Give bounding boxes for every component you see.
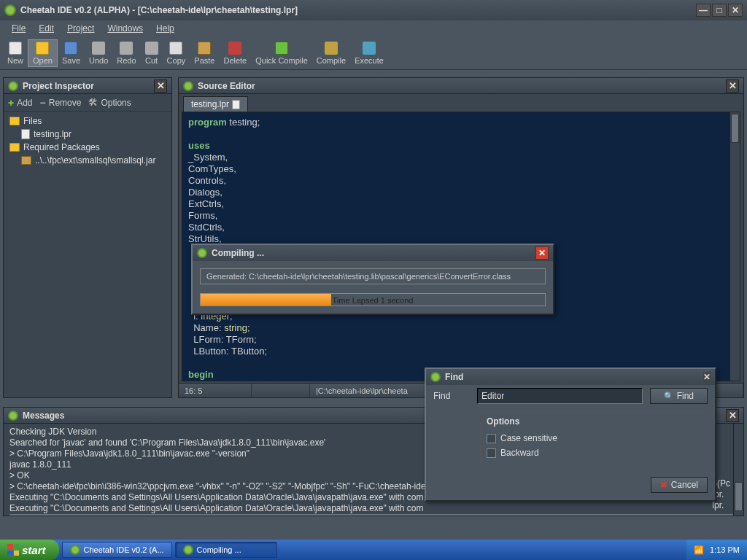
binoculars-icon: 🔍 — [664, 392, 674, 401]
minimize-button[interactable]: — — [696, 4, 711, 17]
close-window-button[interactable]: ✕ — [728, 4, 743, 17]
compile-button[interactable]: Compile — [312, 40, 350, 66]
scrollbar-thumb[interactable] — [731, 114, 739, 143]
find-options-group: Options Case sensitive Backward — [480, 411, 708, 468]
project-inspector-close[interactable]: ✕ — [154, 79, 167, 93]
compiling-title: Compiling ... — [212, 248, 535, 258]
plus-icon: + — [8, 97, 14, 109]
messages-scrollbar[interactable] — [733, 424, 743, 516]
new-icon — [9, 42, 22, 55]
source-editor-close[interactable]: ✕ — [726, 79, 739, 93]
undo-icon — [92, 42, 105, 55]
paste-button[interactable]: Paste — [190, 40, 219, 66]
editor-scrollbar[interactable] — [729, 112, 740, 381]
windows-logo-icon — [7, 544, 19, 556]
delete-button[interactable]: Delete — [219, 40, 251, 66]
app-icon — [183, 545, 193, 555]
scrollbar-thumb[interactable] — [735, 482, 743, 511]
clock: 1:13 PM — [710, 545, 740, 554]
menu-edit[interactable]: Edit — [33, 22, 60, 35]
start-button[interactable]: start — [0, 540, 59, 560]
redo-button[interactable]: Redo — [112, 40, 140, 66]
progress-label: Time Lapsed 1 second — [201, 294, 545, 306]
find-close-button[interactable]: ✕ — [703, 372, 711, 382]
panel-icon — [8, 81, 18, 91]
system-tray[interactable]: 📶 1:13 PM — [686, 540, 747, 560]
cut-button[interactable]: Cut — [141, 40, 163, 66]
tree-node-required[interactable]: Required Packages — [9, 141, 166, 154]
taskbar-item-compiling[interactable]: Compiling ... — [175, 542, 277, 558]
file-icon — [21, 129, 30, 139]
compiling-dialog: Compiling ... ✕ Generated: C:\cheetah-id… — [191, 244, 554, 315]
paste-icon — [198, 42, 211, 55]
tree-node-jar[interactable]: ..\..\fpc\ext\smallsql\smallsql.jar — [9, 154, 166, 167]
folder-icon — [9, 143, 20, 152]
window-title: Cheetah IDE v0.2 (ALPHA) - [C:\cheetah-i… — [20, 5, 696, 15]
file-icon — [232, 100, 240, 109]
tab-testing[interactable]: testing.lpr — [183, 96, 248, 112]
app-icon — [70, 545, 80, 555]
project-tree: Files testing.lpr Required Packages ..\.… — [4, 112, 171, 170]
project-inspector-panel: Project Inspector ✕ +Add −Remove 🛠Option… — [3, 77, 172, 398]
backward-checkbox[interactable]: Backward — [487, 446, 701, 460]
menu-windows[interactable]: Windows — [101, 22, 149, 35]
app-icon — [4, 4, 16, 16]
compile-progressbar: Time Lapsed 1 second — [200, 293, 546, 306]
jar-icon — [21, 156, 31, 165]
source-editor-title: Source Editor — [198, 81, 726, 91]
source-editor-panel: Source Editor ✕ testing.lpr program test… — [178, 77, 744, 398]
messages-close[interactable]: ✕ — [726, 409, 739, 422]
options-button[interactable]: 🛠Options — [88, 97, 131, 108]
quick-compile-button[interactable]: Quick Compile — [251, 40, 312, 66]
cursor-position: 16: 5 — [179, 384, 252, 397]
find-dialog: Find ✕ Find 🔍Find Options Case sensitive… — [425, 368, 716, 502]
tree-node-files[interactable]: Files — [9, 114, 166, 128]
save-icon — [64, 42, 77, 55]
project-inspector-title: Project Inspector — [23, 81, 154, 91]
compiling-close-button[interactable]: ✕ — [535, 246, 549, 260]
checkbox-icon — [487, 434, 496, 443]
remove-button[interactable]: −Remove — [40, 97, 82, 109]
menu-bar: File Edit Project Windows Help — [0, 20, 747, 36]
panel-icon — [183, 81, 193, 91]
cancel-button[interactable]: ✖Cancel — [651, 477, 708, 493]
options-heading: Options — [487, 415, 701, 431]
minus-icon: − — [40, 97, 46, 109]
maximize-button[interactable]: □ — [712, 4, 727, 17]
undo-button[interactable]: Undo — [85, 40, 112, 66]
taskbar: start Cheetah IDE v0.2 (A... Compiling .… — [0, 540, 747, 560]
generated-file-text: Generated: C:\cheetah-ide\lpr\cheetah\te… — [200, 268, 546, 284]
find-title: Find — [445, 372, 703, 382]
panel-icon — [8, 411, 18, 421]
case-sensitive-checkbox[interactable]: Case sensitive — [487, 431, 701, 446]
tree-node-testing[interactable]: testing.lpr — [9, 128, 166, 141]
copy-button[interactable]: Copy — [163, 40, 190, 66]
add-button[interactable]: +Add — [8, 97, 33, 109]
status-cell — [252, 384, 310, 397]
execute-button[interactable]: Execute — [350, 40, 388, 66]
open-button[interactable]: Open — [28, 39, 58, 67]
find-label: Find — [433, 391, 470, 401]
menu-file[interactable]: File — [6, 22, 31, 35]
menu-help[interactable]: Help — [150, 22, 180, 35]
save-button[interactable]: Save — [58, 40, 85, 66]
redo-icon — [120, 42, 133, 55]
execute-icon — [363, 42, 376, 55]
open-icon — [36, 42, 49, 55]
taskbar-item-ide[interactable]: Cheetah IDE v0.2 (A... — [62, 542, 172, 558]
menu-project[interactable]: Project — [61, 22, 100, 35]
dialog-icon — [197, 248, 207, 258]
wrench-icon: 🛠 — [88, 97, 98, 108]
find-input[interactable] — [477, 388, 643, 404]
window-titlebar: Cheetah IDE v0.2 (ALPHA) - [C:\cheetah-i… — [0, 0, 747, 20]
network-icon[interactable]: 📶 — [694, 545, 704, 555]
find-button[interactable]: 🔍Find — [650, 388, 708, 404]
new-button[interactable]: New — [3, 40, 28, 66]
check-icon — [275, 42, 288, 55]
editor-tabstrip: testing.lpr — [179, 94, 743, 112]
compile-icon — [325, 42, 338, 55]
messages-selected-line: Generated: C:\cheetah-ide\lpr\cheetah\te… — [9, 514, 738, 516]
checkbox-icon — [487, 448, 496, 458]
main-toolbar: New Open Save Undo Redo Cut Copy Paste D… — [0, 36, 747, 70]
dialog-icon — [430, 372, 441, 382]
